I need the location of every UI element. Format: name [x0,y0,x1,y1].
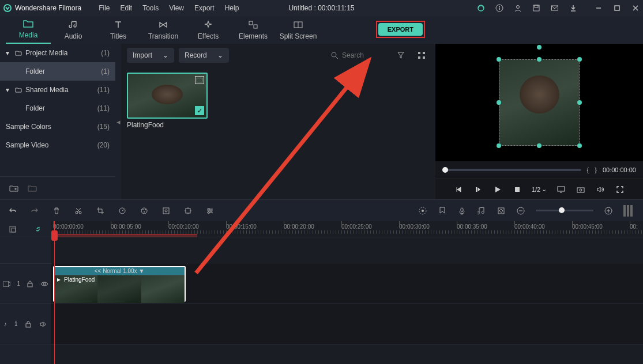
preview-canvas[interactable] [435,44,643,161]
prev-frame-icon[interactable] [453,186,464,193]
zoom-out-icon[interactable] [516,207,525,215]
clip-thumbnail[interactable]: ✓ [127,73,208,119]
sidebar-project-media[interactable]: ▾Project Media(1) [0,44,115,62]
svg-rect-35 [163,208,169,214]
maximize-button[interactable] [613,4,621,12]
marker-icon[interactable] [438,207,447,215]
record-dropdown[interactable]: Record⌄ [179,48,229,63]
crop-icon[interactable] [96,207,105,215]
menu-tools[interactable]: Tools [142,4,159,12]
resize-handle[interactable] [577,100,582,105]
tab-split-screen[interactable]: Split Screen [276,20,321,44]
resize-handle[interactable] [577,57,582,62]
display-icon[interactable] [556,186,566,193]
sidebar-shared-folder[interactable]: Folder(11) [0,99,115,117]
audio-track[interactable] [51,304,643,344]
scrub-knob[interactable] [442,167,448,173]
menu-help[interactable]: Help [225,4,239,12]
keyframe-icon[interactable] [497,207,506,215]
sidebar-sample-colors[interactable]: Sample Colors(15) [0,117,115,136]
media-clip[interactable]: ✓ PlatingFood [127,73,208,129]
grid-view-icon[interactable] [413,47,430,63]
adjust-icon[interactable] [205,207,215,215]
zoom-slider[interactable] [536,210,593,211]
search-input[interactable] [342,51,388,59]
clip-speed-label[interactable]: << Normal 1.00x ▼ [54,267,185,275]
preview-frame-selection[interactable] [499,59,580,146]
save-icon[interactable] [532,4,540,12]
selection-range[interactable] [53,234,197,237]
resize-handle[interactable] [537,57,542,62]
track-manage-icon[interactable] [9,225,17,233]
lock-icon[interactable] [27,280,34,287]
support-icon[interactable] [477,4,485,12]
link-icon[interactable] [34,225,42,233]
playhead-handle[interactable] [51,230,58,241]
lock-icon[interactable] [25,321,32,328]
green-screen-icon[interactable] [161,207,171,215]
playback-speed[interactable]: 1/2⌄ [532,185,547,193]
sidebar-sample-video[interactable]: Sample Video(20) [0,136,115,154]
menu-file[interactable]: File [99,4,110,12]
resize-handle[interactable] [497,57,501,62]
mail-icon[interactable] [551,4,559,12]
undo-icon[interactable] [8,207,17,215]
zoom-knob[interactable] [559,207,565,213]
tab-elements[interactable]: Elements [231,20,276,44]
track-motion-icon[interactable] [183,207,193,215]
video-track[interactable]: << Normal 1.00x ▼ PlatingFood [51,264,643,304]
step-back-icon[interactable] [473,186,483,193]
minimize-button[interactable] [595,4,603,12]
import-dropdown[interactable]: Import⌄ [127,48,174,63]
sidebar-folder[interactable]: Folder(1) [0,62,115,81]
snapshot-icon[interactable] [576,186,586,193]
resize-handle[interactable] [577,143,582,148]
download-icon[interactable] [569,4,577,12]
audio-mixer-icon[interactable] [477,207,486,215]
voiceover-icon[interactable] [457,207,467,215]
sidebar-collapse-handle[interactable]: ◂ [115,44,121,199]
zoom-in-icon[interactable] [604,207,613,215]
render-icon[interactable] [418,206,427,215]
eye-icon[interactable] [40,281,47,287]
speed-icon[interactable] [118,207,127,215]
account-icon[interactable] [514,4,522,12]
tab-titles[interactable]: Titles [96,20,141,44]
menu-edit[interactable]: Edit [121,4,133,12]
new-folder-icon[interactable] [9,184,18,192]
fullscreen-icon[interactable] [615,186,625,193]
mark-in[interactable]: { [587,166,589,173]
scrub-track[interactable] [442,169,581,171]
resize-handle[interactable] [537,143,542,148]
rotate-handle[interactable] [537,45,542,50]
search-box[interactable] [331,51,388,59]
resize-handle[interactable] [497,100,501,105]
play-icon[interactable] [492,185,503,194]
timeline-body[interactable]: 00:00:00:00 00:00:05:00 00:00:10:00 00:0… [51,221,643,364]
clip-type-icon [195,76,204,84]
mark-out[interactable]: } [595,166,597,173]
export-button[interactable]: EXPORT [378,23,423,36]
redo-icon[interactable] [30,207,39,215]
menu-view[interactable]: View [169,4,184,12]
stop-icon[interactable] [512,186,522,193]
close-button[interactable] [631,4,640,12]
folder-open-icon[interactable] [28,184,37,192]
color-icon[interactable] [140,207,149,215]
waveform-toggle-icon[interactable] [623,205,635,217]
tab-media[interactable]: Media [6,18,51,44]
tab-audio[interactable]: Audio [51,20,96,44]
timeline-clip[interactable]: << Normal 1.00x ▼ PlatingFood [53,266,186,302]
sidebar-shared-media[interactable]: ▾Shared Media(11) [0,81,115,99]
tab-effects[interactable]: Effects [186,20,231,44]
delete-icon[interactable] [52,207,61,215]
resize-handle[interactable] [497,143,501,148]
volume-icon[interactable] [595,186,606,193]
mute-icon[interactable] [40,321,47,327]
playhead[interactable] [54,221,55,364]
filter-icon[interactable] [393,47,409,63]
info-icon[interactable] [495,4,503,12]
cut-icon[interactable] [74,207,83,215]
menu-export[interactable]: Export [194,4,215,12]
tab-transition[interactable]: Transition [141,20,186,44]
